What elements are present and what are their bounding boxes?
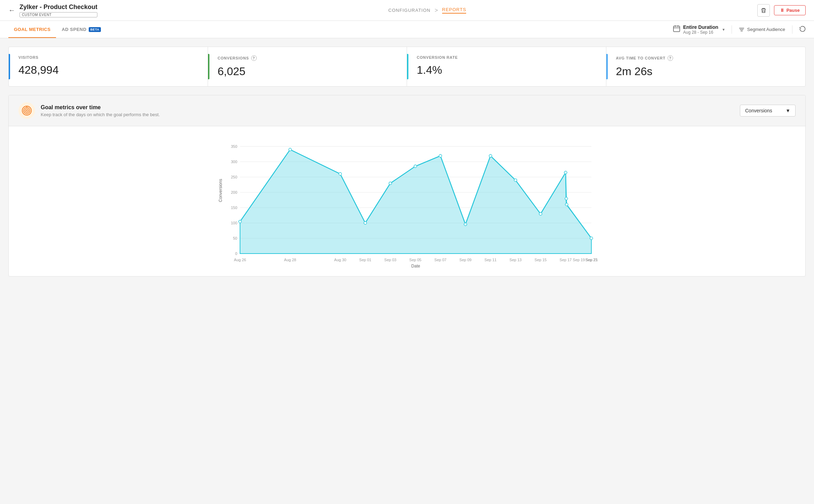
svg-text:Sep 03: Sep 03 <box>384 258 397 262</box>
svg-text:Aug 28: Aug 28 <box>284 258 296 262</box>
nav-separator: > <box>434 7 438 14</box>
metric-conversion-rate: CONVERSION RATE 1.4% <box>407 47 606 86</box>
svg-text:Sep 13: Sep 13 <box>510 258 522 262</box>
svg-text:350: 350 <box>231 144 237 149</box>
svg-point-4 <box>26 110 27 111</box>
svg-text:Sep 05: Sep 05 <box>409 258 422 262</box>
svg-text:100: 100 <box>231 221 237 225</box>
metric-bar-conversions <box>208 54 209 79</box>
goal-icon <box>18 102 35 119</box>
data-point-0 <box>239 220 241 223</box>
metric-avg-time: AVG TIME TO CONVERT ? 2m 26s <box>606 47 806 86</box>
metric-conversions: CONVERSIONS ? 6,025 <box>208 47 407 86</box>
tab-bar: GOAL METRICS AD SPEND BETA Entire Durati… <box>0 21 814 38</box>
chart-dropdown-arrow: ▼ <box>785 108 790 113</box>
metrics-row: VISITORS 428,994 CONVERSIONS ? 6,025 CON… <box>8 47 806 87</box>
avg-time-help-icon[interactable]: ? <box>668 55 673 61</box>
svg-text:Sep 19: Sep 19 <box>573 258 585 262</box>
svg-text:Conversions: Conversions <box>218 179 223 202</box>
calendar-icon <box>673 25 680 34</box>
segment-audience-button[interactable]: Segment Audience <box>739 27 785 32</box>
chart-dropdown[interactable]: Conversions ▼ <box>740 105 796 117</box>
svg-text:0: 0 <box>235 251 237 256</box>
duration-sub: Aug 28 - Sep 16 <box>683 30 718 35</box>
main-content: VISITORS 428,994 CONVERSIONS ? 6,025 CON… <box>0 38 814 285</box>
pause-icon: ⏸ <box>780 8 784 13</box>
tab-right-controls: Entire Duration Aug 28 - Sep 16 ▾ Segmen… <box>673 24 806 35</box>
metric-bar-rate <box>407 54 408 79</box>
beta-badge: BETA <box>89 27 101 32</box>
svg-text:Aug 26: Aug 26 <box>234 258 246 262</box>
data-point-4 <box>389 182 392 185</box>
metric-value-avg-time: 2m 26s <box>616 65 796 78</box>
top-bar-left: ← Zylker - Product Checkout CUSTOM EVENT <box>8 3 97 17</box>
nav-configuration[interactable]: CONFIGURATION <box>388 8 430 13</box>
tabs: GOAL METRICS AD SPEND BETA <box>8 21 106 38</box>
metric-label-conversions: CONVERSIONS ? <box>218 55 397 61</box>
svg-text:Aug 30: Aug 30 <box>334 258 346 262</box>
top-bar-right: ⏸ Pause <box>757 4 806 17</box>
metric-label-avg-time: AVG TIME TO CONVERT ? <box>616 55 796 61</box>
svg-text:300: 300 <box>231 160 237 164</box>
svg-text:250: 250 <box>231 175 237 179</box>
chart-header: Goal metrics over time Keep track of the… <box>9 95 805 126</box>
metric-bar-visitors <box>9 54 10 79</box>
page-title: Zylker - Product Checkout <box>19 3 97 11</box>
svg-text:50: 50 <box>233 236 237 240</box>
tab-ad-spend[interactable]: AD SPEND BETA <box>56 21 106 38</box>
divider2 <box>792 25 792 34</box>
segment-label: Segment Audience <box>747 27 785 32</box>
chart-svg: 350 300 250 200 150 100 50 0 Conversions <box>18 136 796 268</box>
data-point-3 <box>364 222 367 224</box>
data-point-7 <box>464 223 467 226</box>
data-point-11 <box>564 171 567 174</box>
data-point-6 <box>439 154 442 157</box>
duration-text: Entire Duration Aug 28 - Sep 16 <box>683 24 718 35</box>
data-point-8 <box>489 154 492 157</box>
svg-text:Sep 15: Sep 15 <box>535 258 547 262</box>
metric-value-rate: 1.4% <box>417 64 596 77</box>
top-bar-center: CONFIGURATION > REPORTS <box>388 7 466 14</box>
svg-text:Sep 07: Sep 07 <box>434 258 447 262</box>
tab-goal-metrics[interactable]: GOAL METRICS <box>8 21 56 38</box>
data-point-2 <box>339 173 342 175</box>
duration-dropdown-arrow: ▾ <box>723 27 725 32</box>
data-point-14 <box>590 237 593 240</box>
data-point-9 <box>514 179 517 182</box>
metric-label-rate: CONVERSION RATE <box>417 55 596 59</box>
duration-label: Entire Duration <box>683 24 718 30</box>
data-point-12 <box>565 197 568 200</box>
duration-selector[interactable]: Entire Duration Aug 28 - Sep 16 ▾ <box>673 24 725 35</box>
metric-visitors: VISITORS 428,994 <box>9 47 208 86</box>
chart-header-left: Goal metrics over time Keep track of the… <box>18 102 160 119</box>
chart-dropdown-label: Conversions <box>745 108 772 113</box>
pause-button[interactable]: ⏸ Pause <box>774 5 806 15</box>
delete-button[interactable] <box>757 4 770 17</box>
chart-area: 350 300 250 200 150 100 50 0 Conversions <box>9 126 805 276</box>
title-block: Zylker - Product Checkout CUSTOM EVENT <box>19 3 97 17</box>
pause-label: Pause <box>787 8 800 13</box>
back-button[interactable]: ← <box>8 6 15 14</box>
refresh-button[interactable] <box>799 26 806 33</box>
svg-rect-0 <box>673 26 680 32</box>
svg-text:200: 200 <box>231 190 237 194</box>
svg-text:Sep 17: Sep 17 <box>560 258 572 262</box>
data-point-1 <box>289 148 292 151</box>
svg-text:Sep 23: Sep 23 <box>585 258 598 262</box>
metric-label-visitors: VISITORS <box>18 55 198 59</box>
svg-text:Sep 11: Sep 11 <box>485 258 497 262</box>
data-point-13 <box>565 203 568 206</box>
nav-reports[interactable]: REPORTS <box>442 7 466 14</box>
svg-text:Date: Date <box>411 264 420 268</box>
chart-section: Goal metrics over time Keep track of the… <box>8 95 806 277</box>
custom-event-badge: CUSTOM EVENT <box>19 12 97 17</box>
conversions-help-icon[interactable]: ? <box>251 55 257 61</box>
metric-bar-avg-time <box>606 54 608 79</box>
svg-text:Sep 01: Sep 01 <box>359 258 372 262</box>
chart-title-block: Goal metrics over time Keep track of the… <box>41 104 160 117</box>
divider <box>732 25 732 34</box>
data-point-10 <box>539 213 542 215</box>
chart-subtitle: Keep track of the days on which the goal… <box>41 112 160 117</box>
metric-value-visitors: 428,994 <box>18 64 198 77</box>
svg-text:150: 150 <box>231 206 237 210</box>
